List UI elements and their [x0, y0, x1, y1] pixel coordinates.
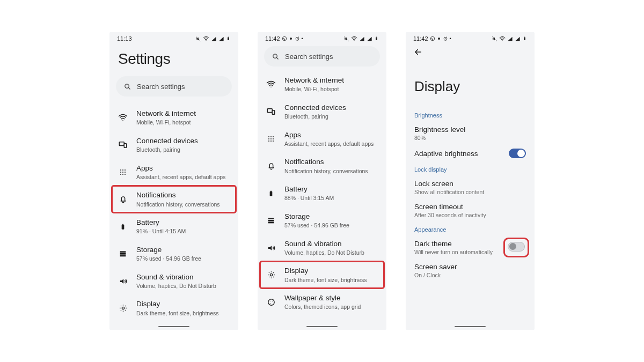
item-subtitle: Mobile, Wi-Fi, hotspot: [284, 86, 344, 93]
phone-screen-settings-scrolled: 11:42 • Search settings Network & intern…: [258, 32, 386, 330]
settings-item-sound[interactable]: Sound & vibrationVolume, haptics, Do Not…: [260, 234, 384, 262]
signal-icon: [515, 36, 521, 42]
bell-icon: [117, 195, 129, 204]
record-icon: [289, 36, 293, 41]
wifi-icon: [499, 35, 506, 42]
setting-lock-screen[interactable]: Lock screen Show all notification conten…: [406, 176, 535, 199]
settings-item-display[interactable]: DisplayDark theme, font size, brightness: [260, 261, 384, 289]
section-header-brightness: Brightness: [406, 108, 535, 122]
settings-item-storage[interactable]: Storage57% used · 54.96 GB free: [112, 240, 236, 268]
item-label: Sound & vibration: [284, 240, 364, 248]
status-bar: 11:42 •: [406, 32, 535, 43]
home-indicator[interactable]: [158, 326, 189, 327]
setting-value: 80%: [414, 135, 465, 141]
status-time: 11:42: [413, 35, 428, 42]
settings-list: Network & internetMobile, Wi-Fi, hotspot…: [258, 71, 386, 316]
display-icon: [265, 270, 277, 279]
item-subtitle: 57% used · 54.96 GB free: [284, 222, 349, 229]
setting-value: Will never turn on automatically: [414, 249, 493, 255]
highlight-box: [507, 241, 526, 254]
setting-brightness-level[interactable]: Brightness level 80%: [406, 122, 535, 145]
signal-icon: [367, 36, 372, 42]
setting-label: Screen saver: [414, 263, 457, 271]
wifi-icon: [203, 35, 209, 42]
settings-item-notifications[interactable]: NotificationsNotification history, conve…: [112, 186, 236, 213]
item-label: Display: [284, 267, 367, 275]
home-indicator[interactable]: [306, 326, 338, 327]
settings-item-connected-devices[interactable]: Connected devicesBluetooth, pairing: [112, 131, 236, 159]
alarm-icon: [443, 36, 448, 41]
page-title: Display: [406, 57, 535, 108]
item-subtitle: Volume, haptics, Do Not Disturb: [136, 283, 216, 290]
battery-icon: [265, 189, 277, 198]
item-subtitle: 88% · Until 3:15 AM: [284, 195, 334, 202]
settings-item-network[interactable]: Network & internetMobile, Wi-Fi, hotspot: [260, 71, 384, 98]
page-title: Settings: [109, 43, 238, 76]
settings-list: Network & internetMobile, Wi-Fi, hotspot…: [109, 104, 238, 322]
back-button[interactable]: [406, 43, 535, 57]
palette-icon: [265, 298, 277, 307]
item-label: Sound & vibration: [136, 273, 216, 282]
item-subtitle: Colors, themed icons, app grid: [284, 304, 361, 311]
signal-icon: [507, 36, 513, 42]
adaptive-brightness-toggle[interactable]: [509, 149, 526, 158]
item-label: Storage: [284, 212, 349, 221]
wifi-icon: [351, 35, 357, 42]
status-time: 11:42: [265, 35, 280, 42]
setting-screen-saver[interactable]: Screen saver On / Clock: [406, 259, 535, 282]
setting-label: Screen timeout: [414, 203, 486, 211]
battery-icon: [374, 35, 379, 42]
item-label: Apps: [284, 131, 374, 139]
search-placeholder: Search settings: [285, 53, 333, 61]
item-label: Network & internet: [284, 76, 344, 85]
back-arrow-icon: [413, 47, 423, 57]
item-subtitle: Notification history, conversations: [136, 201, 220, 208]
devices-icon: [117, 140, 129, 150]
item-subtitle: Bluetooth, pairing: [284, 113, 346, 120]
item-subtitle: 91% · Until 4:15 AM: [136, 228, 186, 235]
item-label: Display: [136, 300, 219, 308]
signal-icon: [359, 36, 365, 42]
section-header-appearance: Appearance: [406, 222, 535, 236]
setting-value: On / Clock: [414, 272, 457, 278]
settings-item-storage[interactable]: Storage57% used · 54.96 GB free: [260, 207, 384, 234]
settings-item-display[interactable]: DisplayDark theme, font size, brightness: [112, 294, 236, 322]
item-label: Battery: [284, 185, 334, 194]
sound-icon: [117, 277, 129, 286]
item-label: Battery: [136, 218, 186, 227]
vibrate-mute-icon: [343, 36, 349, 42]
home-indicator[interactable]: [455, 326, 486, 327]
settings-item-battery[interactable]: Battery88% · Until 3:15 AM: [260, 180, 384, 207]
dark-theme-toggle[interactable]: [508, 242, 525, 252]
settings-item-notifications[interactable]: NotificationsNotification history, conve…: [260, 152, 384, 180]
setting-label: Brightness level: [414, 125, 465, 134]
settings-item-wallpaper[interactable]: Wallpaper & styleColors, themed icons, a…: [260, 289, 384, 316]
item-label: Notifications: [136, 191, 220, 200]
settings-item-sound[interactable]: Sound & vibrationVolume, haptics, Do Not…: [112, 268, 236, 295]
search-input[interactable]: Search settings: [116, 76, 232, 97]
setting-dark-theme[interactable]: Dark theme Will never turn on automatica…: [406, 236, 535, 259]
search-input[interactable]: Search settings: [264, 46, 380, 67]
item-subtitle: Assistant, recent apps, default apps: [284, 141, 374, 147]
settings-item-network[interactable]: Network & internetMobile, Wi-Fi, hotspot: [112, 104, 236, 131]
wifi-icon: [265, 79, 277, 89]
settings-item-apps[interactable]: AppsAssistant, recent apps, default apps: [260, 125, 384, 153]
phone-screen-display-settings: 11:42 • Display Brightness Brightness le…: [406, 32, 535, 330]
item-subtitle: 57% used · 54.96 GB free: [136, 255, 201, 262]
settings-item-apps[interactable]: AppsAssistant, recent apps, default apps: [112, 159, 236, 186]
search-icon: [272, 53, 280, 61]
record-icon: [437, 36, 441, 41]
item-label: Notifications: [284, 158, 368, 166]
sound-icon: [265, 243, 277, 253]
apps-icon: [265, 135, 277, 143]
item-subtitle: Dark theme, font size, brightness: [136, 310, 219, 317]
settings-item-connected-devices[interactable]: Connected devicesBluetooth, pairing: [260, 98, 384, 125]
setting-screen-timeout[interactable]: Screen timeout After 30 seconds of inact…: [406, 199, 535, 222]
setting-adaptive-brightness[interactable]: Adaptive brightness: [406, 145, 535, 162]
settings-item-battery[interactable]: Battery91% · Until 4:15 AM: [112, 213, 236, 240]
status-bar: 11:13: [109, 32, 238, 43]
phone-screen-settings-main: 11:13 Settings Search settings Network &…: [109, 32, 238, 330]
status-time: 11:13: [117, 35, 132, 42]
storage-icon: [117, 249, 129, 258]
vibrate-mute-icon: [195, 36, 201, 42]
